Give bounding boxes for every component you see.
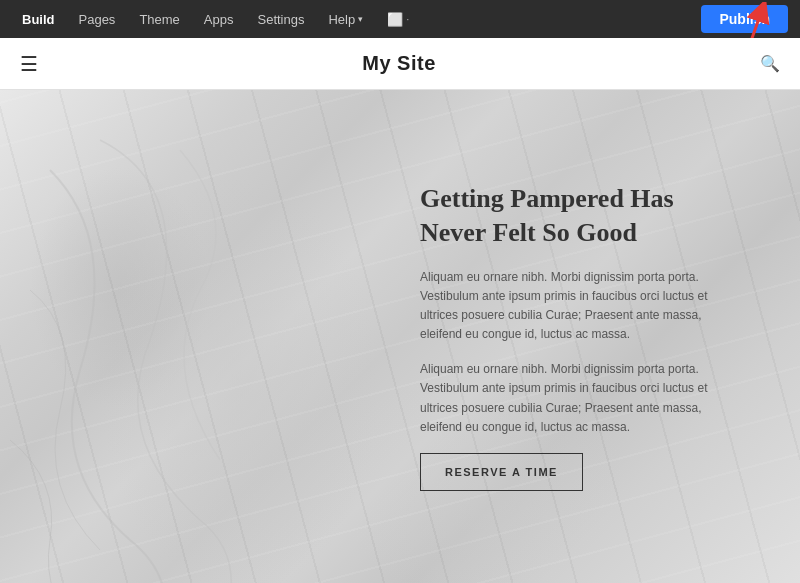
reserve-time-button[interactable]: RESERVE A TIME	[420, 453, 583, 491]
nav-label-pages: Pages	[79, 12, 116, 27]
nav-label-build: Build	[22, 12, 55, 27]
nav-item-settings[interactable]: Settings	[247, 8, 314, 31]
content-overlay: Getting Pampered Has Never Felt So Good …	[0, 90, 800, 583]
nav-label-settings: Settings	[257, 12, 304, 27]
nav-label-apps: Apps	[204, 12, 234, 27]
main-content: Getting Pampered Has Never Felt So Good …	[0, 90, 800, 583]
hamburger-icon[interactable]: ☰	[20, 52, 38, 76]
nav-item-build[interactable]: Build	[12, 8, 65, 31]
nav-item-device[interactable]: ⬜ ·	[377, 8, 419, 31]
text-block: Getting Pampered Has Never Felt So Good …	[420, 182, 740, 491]
hero-heading: Getting Pampered Has Never Felt So Good	[420, 182, 740, 250]
help-dropdown-arrow: ▾	[358, 14, 363, 24]
site-header: ☰ My Site 🔍	[0, 38, 800, 90]
nav-item-apps[interactable]: Apps	[194, 8, 244, 31]
nav-item-theme[interactable]: Theme	[129, 8, 189, 31]
nav-label-help: Help	[328, 12, 355, 27]
top-nav-bar: Build Pages Theme Apps Settings Help ▾ ⬜…	[0, 0, 800, 38]
device-icon: ⬜	[387, 12, 403, 27]
nav-item-pages[interactable]: Pages	[69, 8, 126, 31]
hero-paragraph-2: Aliquam eu ornare nibh. Morbi dignissim …	[420, 360, 740, 437]
nav-label-theme: Theme	[139, 12, 179, 27]
site-title: My Site	[362, 52, 436, 75]
nav-item-help[interactable]: Help ▾	[318, 8, 373, 31]
publish-button[interactable]: Publish	[701, 5, 788, 33]
nav-items: Build Pages Theme Apps Settings Help ▾ ⬜…	[12, 8, 701, 31]
device-more-icon: ·	[406, 13, 409, 25]
hero-paragraph-1: Aliquam eu ornare nibh. Morbi dignissim …	[420, 268, 740, 345]
search-icon[interactable]: 🔍	[760, 54, 780, 73]
